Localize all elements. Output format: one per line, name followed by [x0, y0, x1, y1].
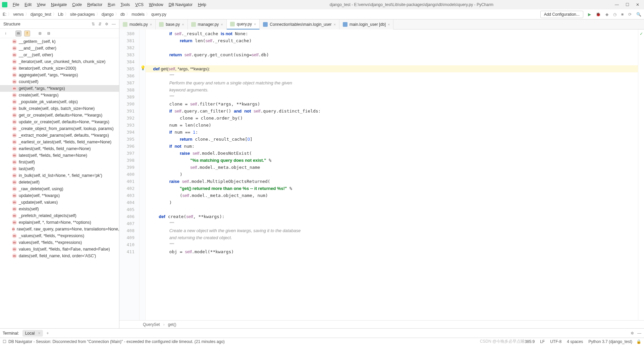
debug-icon[interactable]: 🐞 — [596, 12, 601, 17]
structure-item[interactable]: m_populate_pk_values(self, objs) — [0, 98, 119, 105]
code-editor[interactable]: if self._result_cache is not None: retur… — [146, 29, 638, 320]
status-cell[interactable]: Python 3.7 (django_test) — [588, 339, 632, 344]
menu-edit[interactable]: Edit — [22, 2, 34, 8]
toggle2-icon[interactable]: ⊟ — [46, 30, 52, 37]
terminal-hide-icon[interactable]: — — [637, 331, 641, 336]
breadcrumb-item[interactable]: site-packages — [70, 12, 95, 17]
structure-item[interactable]: mdates(self, field_name, kind, order='AS… — [0, 253, 119, 259]
menu-navigate[interactable]: Navigate — [49, 2, 69, 8]
structure-item[interactable]: m_earliest_or_latest(self, *fields, fiel… — [0, 139, 119, 145]
close-tab-icon[interactable]: × — [221, 22, 223, 26]
structure-item[interactable]: mget_or_create(self, defaults=None, **kw… — [0, 112, 119, 119]
editor-tab[interactable]: models.py× — [119, 19, 156, 29]
event-log-icon[interactable]: ☐ — [3, 339, 6, 344]
breadcrumb-item[interactable]: db — [120, 12, 125, 17]
menu-window[interactable]: Window — [147, 2, 165, 8]
structure-item[interactable]: m__or__(self, other) — [0, 52, 119, 58]
close-icon[interactable]: ✕ — [636, 2, 639, 7]
structure-item[interactable]: mraw(self, raw_query, params=None, trans… — [0, 226, 119, 232]
status-cell[interactable]: LF — [540, 339, 545, 344]
reload-icon[interactable]: ⟳ — [628, 12, 632, 17]
crumb-class[interactable]: QuerySet — [143, 322, 160, 327]
status-cell[interactable]: 385:9 — [525, 339, 535, 344]
editor-tab[interactable]: manager.py× — [188, 19, 227, 29]
structure-item[interactable]: mfirst(self) — [0, 159, 119, 165]
structure-item[interactable]: mupdate_or_create(self, defaults=None, *… — [0, 119, 119, 125]
breadcrumb-item[interactable]: E: — [3, 12, 6, 17]
structure-item[interactable]: miterator(self, chunk_size=2000) — [0, 65, 119, 72]
breadcrumb-item[interactable]: django — [102, 12, 114, 17]
breadcrumb-item[interactable]: query.py — [151, 12, 166, 17]
close-tab-icon[interactable]: × — [333, 22, 335, 26]
structure-item[interactable]: m_iterator(self, use_chunked_fetch, chun… — [0, 58, 119, 65]
breadcrumb-item[interactable]: venvs — [13, 12, 23, 17]
menu-vcs[interactable]: VCS — [133, 2, 146, 8]
structure-item[interactable]: mupdate(self, **kwargs) — [0, 192, 119, 199]
line-gutter[interactable]: 380 381 382 383 384 385 386 387 388 389 … — [119, 29, 140, 320]
stop-icon[interactable]: ■ — [621, 12, 624, 17]
filter-f-icon[interactable]: f — [24, 30, 30, 37]
minimize-icon[interactable]: — — [615, 2, 619, 7]
structure-item[interactable]: mexists(self) — [0, 206, 119, 212]
bulb-icon[interactable]: 💡 — [140, 65, 146, 70]
lock-icon[interactable]: 🔒 — [636, 339, 641, 344]
close-tab-icon[interactable]: × — [254, 22, 256, 26]
structure-item[interactable]: maggregate(self, *args, **kwargs) — [0, 72, 119, 78]
structure-item[interactable]: m_extract_model_params(self, defaults, *… — [0, 132, 119, 139]
structure-item[interactable]: min_bulk(self, id_list=None, *, field_na… — [0, 172, 119, 179]
menu-refactor[interactable]: Refactor — [85, 2, 104, 8]
menu-code[interactable]: Code — [70, 2, 84, 8]
structure-item[interactable]: mvalues_list(self, *fields, flat=False, … — [0, 246, 119, 253]
search-icon[interactable]: 🔍 — [636, 12, 641, 17]
status-cell[interactable]: 4 spaces — [567, 339, 583, 344]
structure-item[interactable]: mdelete(self) — [0, 179, 119, 186]
editor-tab[interactable]: base.py× — [156, 19, 187, 29]
editor-tab[interactable]: Connection\tables\main.login_user× — [260, 19, 339, 29]
toggle1-icon[interactable]: ⊟ — [37, 30, 43, 37]
status-message[interactable]: DB Navigator - Session: Disconnected fro… — [8, 339, 480, 344]
code-breadcrumb[interactable]: QuerySet › get() — [119, 320, 644, 328]
breadcrumb[interactable]: E:〉venvs〉django_test〉Lib〉site-packages〉d… — [3, 11, 166, 17]
add-configuration-button[interactable]: Add Configuration... — [540, 11, 583, 18]
structure-item[interactable]: m_create_object_from_params(self, lookup… — [0, 125, 119, 132]
terminal-settings-icon[interactable]: ✲ — [631, 331, 634, 336]
structure-item[interactable]: mlatest(self, *fields, field_name=None) — [0, 152, 119, 159]
structure-item[interactable]: mcreate(self, **kwargs) — [0, 92, 119, 98]
structure-item[interactable]: mcount(self) — [0, 78, 119, 85]
crumb-method[interactable]: get() — [168, 322, 176, 327]
status-cell[interactable]: UTF-8 — [550, 339, 561, 344]
structure-item[interactable]: m_update(self, values) — [0, 199, 119, 206]
menu-tools[interactable]: Tools — [118, 2, 132, 8]
settings-icon[interactable]: ✲ — [105, 22, 108, 26]
expand-icon[interactable]: ⇅ — [92, 22, 95, 26]
structure-item[interactable]: mvalues(self, *fields, **expressions) — [0, 239, 119, 246]
terminal-tab-local[interactable]: Local × — [22, 330, 43, 337]
editor-tab[interactable]: main.login_user [db]× — [339, 19, 394, 29]
breadcrumb-item[interactable]: Lib — [58, 12, 63, 17]
close-tab-icon[interactable]: × — [388, 22, 390, 26]
structure-item[interactable]: mexplain(self, *, format=None, **options… — [0, 219, 119, 226]
structure-item[interactable]: m__getitem__(self, k) — [0, 38, 119, 45]
structure-item[interactable]: mbulk_create(self, objs, batch_size=None… — [0, 105, 119, 112]
menu-help[interactable]: Help — [196, 2, 208, 8]
editor-tab[interactable]: query.py× — [227, 19, 260, 29]
structure-item[interactable]: m__and__(self, other) — [0, 45, 119, 52]
sort-icon[interactable]: ↕ — [3, 30, 9, 37]
menu-file[interactable]: File — [11, 2, 21, 8]
coverage-icon[interactable]: ◆ — [605, 12, 608, 17]
menu-db-navigator[interactable]: DB Navigator — [167, 2, 195, 8]
fold-gutter[interactable]: 💡 — [140, 29, 146, 320]
menu-run[interactable]: Run — [106, 2, 117, 8]
hide-icon[interactable]: — — [112, 22, 116, 26]
run-icon[interactable]: ▶ — [588, 12, 591, 17]
breadcrumb-item[interactable]: models — [131, 12, 145, 17]
structure-item[interactable]: mlast(self) — [0, 165, 119, 172]
structure-item[interactable]: mget(self, *args, **kwargs) — [0, 85, 119, 92]
structure-item[interactable]: mearliest(self, *fields, field_name=None… — [0, 145, 119, 152]
close-tab-icon[interactable]: × — [182, 22, 184, 26]
structure-item[interactable]: m_raw_delete(self, using) — [0, 186, 119, 192]
structure-item[interactable]: m_values(self, *fields, **expressions) — [0, 232, 119, 239]
profile-icon[interactable]: ◷ — [613, 12, 616, 17]
add-terminal-icon[interactable]: + — [46, 331, 49, 336]
breadcrumb-item[interactable]: django_test — [31, 12, 51, 17]
